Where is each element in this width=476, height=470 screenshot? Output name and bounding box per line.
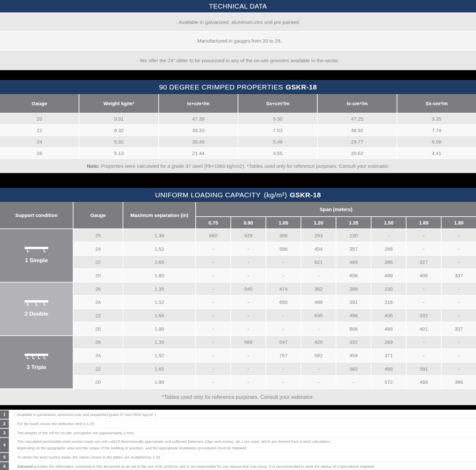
footnotes-list: 1Available in galvanized, aluminum-zinc …: [0, 410, 476, 470]
span-value-cell: -: [442, 309, 476, 322]
span-value-cell: -: [301, 323, 336, 335]
span-value-cell: -: [442, 296, 476, 308]
span-value-cell: -: [196, 309, 230, 322]
span-value-cell: 396: [371, 256, 406, 268]
span-value-cell: -: [266, 323, 301, 335]
separation-cell: 1.52: [123, 349, 195, 362]
span-value-cell: -: [196, 269, 230, 282]
crimped-cell: 26: [0, 147, 79, 159]
bullet-item: · Manufactured in gauges from 20 to 26.: [0, 32, 476, 50]
crimped-column-header: Ix+cm⁴/m: [159, 94, 238, 113]
separation-cell: 1.65: [123, 362, 195, 375]
support-bracket-icon: [27, 356, 29, 359]
beam-bracket-row: [27, 249, 46, 252]
span-value-cell: 293: [301, 229, 336, 242]
gauge-cell: 24: [73, 296, 123, 308]
bullet-item: · We offer the 24” slitter to be process…: [0, 50, 476, 70]
beam-bracket-row: [27, 356, 46, 359]
support-condition-label: 2 Double: [25, 311, 48, 317]
span-value-cell: -: [231, 243, 266, 255]
footnote-line: Galvasid provides the information contai…: [17, 464, 476, 468]
span-value-cell: 288: [336, 283, 371, 295]
feature-bullets: · Available in galvanized, aluminum-zinc…: [0, 13, 476, 70]
span-value-cell: 327: [407, 256, 441, 268]
span-value-cell: 650: [266, 296, 301, 308]
separation-cell: 1.35: [123, 229, 195, 242]
footnote-text: For the loads shown the deflection limit…: [10, 420, 476, 428]
crimped-cell: 6.08: [397, 136, 476, 147]
separation-cell: 1.35: [123, 283, 195, 295]
span-value-cell: 757: [266, 349, 301, 362]
loading-table-title: UNIFORM LOADING CAPACITY (kg/m²) GSKR-18: [0, 188, 476, 202]
span-value-cell: -: [231, 269, 266, 282]
support-bracket-icon: [32, 356, 35, 359]
crimped-column-header: Gauge: [0, 94, 79, 113]
gauge-cell: 20: [73, 269, 123, 282]
span-value-cell: -: [407, 229, 441, 242]
footnote-number: 5: [0, 453, 9, 461]
crimped-cell: 5.92: [79, 136, 158, 147]
span-value-cell: -: [266, 256, 301, 268]
span-value-cell: -: [196, 349, 230, 362]
span-value-cell: -: [301, 269, 336, 282]
page-title-text: TECHNICAL DATA: [209, 3, 267, 10]
loading-table-footer-note: *Tables used only for reference purposes…: [0, 389, 476, 405]
span-value-cell: -: [196, 243, 230, 255]
crimped-column-header: Ix-cm⁴/m: [318, 94, 396, 113]
span-value-cell: -: [371, 229, 406, 242]
span-value-cell: -: [407, 349, 441, 362]
beam-bracket-row: [27, 303, 46, 305]
crimped-cell: 39.33: [159, 125, 238, 136]
beam-bar: [25, 300, 48, 303]
span-value-cell: -: [442, 229, 476, 242]
footnote-number: 1: [0, 410, 9, 419]
span-column-header: 1.05: [266, 217, 301, 228]
crimped-table-note: Note: Properties were calculated for a g…: [0, 159, 476, 173]
crimped-title-code: GSKR-18: [286, 83, 317, 91]
crimped-column-header: Sx-cm³/m: [397, 94, 476, 113]
span-value-cell: -: [196, 362, 230, 375]
span-value-cell: -: [442, 349, 476, 362]
span-value-cell: 269: [371, 336, 406, 349]
span-value-cell: 332: [407, 309, 441, 322]
span-value-cell: 288: [371, 243, 406, 255]
span-value-cell: -: [266, 269, 301, 282]
span-value-cell: -: [336, 376, 371, 389]
separation-cell: 1.80: [123, 376, 195, 389]
support-bracket-icon: [38, 356, 40, 359]
crimped-table-title: 90 DEGREE CRIMPED PROPERTIES GSKR-18: [0, 80, 476, 94]
footnote-row: 1Available in galvanized, aluminum-zinc …: [0, 410, 476, 419]
span-value-cell: 371: [371, 349, 406, 362]
span-value-cell: 391: [336, 296, 371, 308]
crimped-cell: 47.25: [318, 113, 396, 124]
span-value-cell: -: [231, 256, 266, 268]
span-column-header: 1.50: [371, 217, 406, 228]
footnote-text: To obtain the wind suction loads, the va…: [10, 453, 476, 461]
support-condition-cell: 2 Double: [0, 283, 73, 335]
footnote-text: Galvasid provides the information contai…: [10, 462, 476, 470]
span-value-cell: -: [196, 336, 230, 349]
support-bracket-icon: [27, 249, 29, 252]
separation-cell: 1.52: [123, 296, 195, 308]
crimped-cell: 20.62: [318, 147, 396, 159]
span-value-cell: 582: [336, 362, 371, 375]
separation-cell: 1.80: [123, 269, 195, 282]
span-value-cell: 474: [266, 283, 301, 295]
span-value-cell: 689: [231, 336, 266, 349]
span-value-cell: 337: [442, 269, 476, 282]
span-value-cell: -: [442, 336, 476, 349]
span-value-cell: -: [407, 283, 441, 295]
loading-table-header: Support condition Gauge Maximum separati…: [0, 202, 476, 228]
loading-title-unit: (kg/m²): [264, 191, 287, 199]
divider-band: [0, 405, 476, 410]
footnote-row: 4The calculated permissible wind suction…: [0, 438, 476, 452]
span-value-cell: 606: [336, 323, 371, 335]
separation-cell: 1.65: [123, 309, 195, 322]
span-value-cell: 420: [301, 336, 336, 349]
span-value-cell: -: [196, 376, 230, 389]
crimped-cell: 9.91: [79, 113, 158, 124]
footnote-text: The weights of the roll for on-site corr…: [10, 429, 476, 437]
span-value-cell: 230: [336, 229, 371, 242]
span-value-cell: -: [196, 256, 230, 268]
crimped-cell: 9.35: [397, 113, 476, 124]
